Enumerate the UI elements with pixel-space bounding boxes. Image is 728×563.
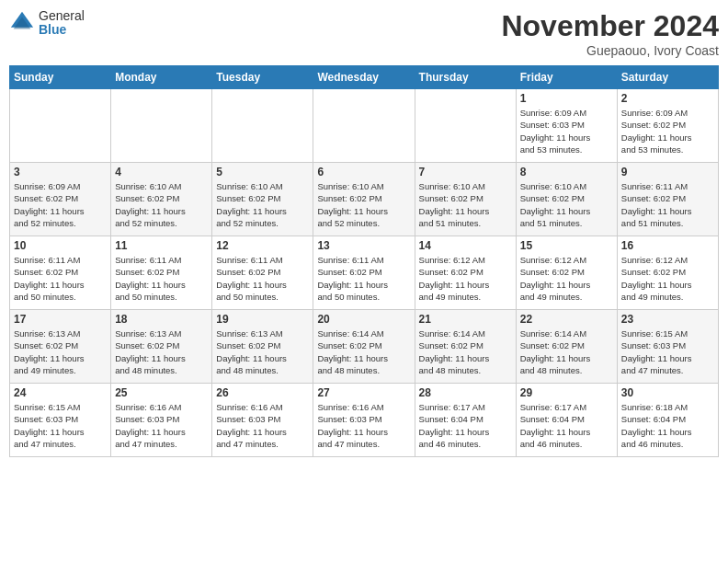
calendar-cell: 17Sunrise: 6:13 AM Sunset: 6:02 PM Dayli… [10, 310, 111, 384]
page-header: General Blue November 2024 Guepaouo, Ivo… [9, 9, 719, 58]
calendar-cell: 2Sunrise: 6:09 AM Sunset: 6:02 PM Daylig… [617, 89, 718, 163]
day-number: 20 [317, 313, 410, 326]
calendar-cell [212, 89, 313, 163]
day-info: Sunrise: 6:16 AM Sunset: 6:03 PM Dayligh… [317, 401, 410, 450]
calendar-cell [111, 89, 212, 163]
day-number: 2 [621, 92, 714, 105]
day-info: Sunrise: 6:13 AM Sunset: 6:02 PM Dayligh… [216, 327, 309, 376]
day-number: 17 [14, 313, 107, 326]
calendar-cell [415, 89, 516, 163]
calendar-cell: 8Sunrise: 6:10 AM Sunset: 6:02 PM Daylig… [516, 163, 617, 236]
week-row-4: 17Sunrise: 6:13 AM Sunset: 6:02 PM Dayli… [10, 310, 719, 384]
day-info: Sunrise: 6:09 AM Sunset: 6:03 PM Dayligh… [520, 107, 613, 155]
calendar-cell: 18Sunrise: 6:13 AM Sunset: 6:02 PM Dayli… [111, 310, 212, 384]
logo: General Blue [9, 9, 85, 38]
calendar-cell: 23Sunrise: 6:15 AM Sunset: 6:03 PM Dayli… [617, 310, 718, 384]
title-block: November 2024 Guepaouo, Ivory Coast [501, 9, 719, 58]
day-number: 29 [520, 386, 613, 399]
day-number: 28 [419, 386, 512, 399]
day-number: 9 [621, 166, 714, 178]
day-number: 24 [14, 386, 107, 399]
week-row-3: 10Sunrise: 6:11 AM Sunset: 6:02 PM Dayli… [10, 236, 719, 310]
logo-general-text: General [39, 9, 85, 23]
day-number: 7 [419, 166, 512, 178]
calendar-cell: 1Sunrise: 6:09 AM Sunset: 6:03 PM Daylig… [516, 89, 617, 163]
day-number: 1 [520, 92, 613, 105]
header-day-monday: Monday [111, 66, 212, 89]
header-day-thursday: Thursday [415, 66, 516, 89]
header-day-saturday: Saturday [617, 66, 718, 89]
location: Guepaouo, Ivory Coast [501, 43, 719, 58]
day-number: 13 [317, 239, 410, 252]
day-number: 23 [621, 313, 714, 326]
calendar-cell: 16Sunrise: 6:12 AM Sunset: 6:02 PM Dayli… [617, 236, 718, 310]
day-number: 15 [520, 239, 613, 252]
day-info: Sunrise: 6:14 AM Sunset: 6:02 PM Dayligh… [317, 327, 410, 376]
day-info: Sunrise: 6:18 AM Sunset: 6:04 PM Dayligh… [621, 401, 714, 450]
day-number: 19 [216, 313, 309, 326]
day-info: Sunrise: 6:13 AM Sunset: 6:02 PM Dayligh… [14, 327, 107, 376]
calendar-cell [10, 89, 111, 163]
calendar-body: 1Sunrise: 6:09 AM Sunset: 6:03 PM Daylig… [10, 89, 719, 457]
day-info: Sunrise: 6:11 AM Sunset: 6:02 PM Dayligh… [115, 254, 208, 303]
day-info: Sunrise: 6:11 AM Sunset: 6:02 PM Dayligh… [621, 180, 714, 229]
day-number: 4 [115, 166, 208, 178]
week-row-5: 24Sunrise: 6:15 AM Sunset: 6:03 PM Dayli… [10, 384, 719, 457]
day-info: Sunrise: 6:14 AM Sunset: 6:02 PM Dayligh… [520, 327, 613, 376]
logo-blue-text: Blue [39, 23, 85, 37]
calendar-cell: 12Sunrise: 6:11 AM Sunset: 6:02 PM Dayli… [212, 236, 313, 310]
calendar-cell: 27Sunrise: 6:16 AM Sunset: 6:03 PM Dayli… [313, 384, 415, 457]
day-info: Sunrise: 6:10 AM Sunset: 6:02 PM Dayligh… [419, 180, 512, 229]
calendar-cell: 6Sunrise: 6:10 AM Sunset: 6:02 PM Daylig… [313, 163, 415, 236]
calendar-cell: 22Sunrise: 6:14 AM Sunset: 6:02 PM Dayli… [516, 310, 617, 384]
day-info: Sunrise: 6:14 AM Sunset: 6:02 PM Dayligh… [419, 327, 512, 376]
day-info: Sunrise: 6:13 AM Sunset: 6:02 PM Dayligh… [115, 327, 208, 376]
day-number: 11 [115, 239, 208, 252]
day-number: 22 [520, 313, 613, 326]
calendar-cell: 25Sunrise: 6:16 AM Sunset: 6:03 PM Dayli… [111, 384, 212, 457]
day-info: Sunrise: 6:10 AM Sunset: 6:02 PM Dayligh… [216, 180, 309, 229]
calendar-cell [313, 89, 415, 163]
calendar-cell: 9Sunrise: 6:11 AM Sunset: 6:02 PM Daylig… [617, 163, 718, 236]
day-number: 3 [14, 166, 107, 178]
calendar-header-row: SundayMondayTuesdayWednesdayThursdayFrid… [10, 66, 719, 89]
day-number: 27 [317, 386, 410, 399]
calendar-cell: 28Sunrise: 6:17 AM Sunset: 6:04 PM Dayli… [415, 384, 516, 457]
day-number: 14 [419, 239, 512, 252]
day-info: Sunrise: 6:15 AM Sunset: 6:03 PM Dayligh… [14, 401, 107, 450]
calendar-cell: 26Sunrise: 6:16 AM Sunset: 6:03 PM Dayli… [212, 384, 313, 457]
day-number: 8 [520, 166, 613, 178]
header-day-sunday: Sunday [10, 66, 111, 89]
day-number: 6 [317, 166, 410, 178]
day-info: Sunrise: 6:12 AM Sunset: 6:02 PM Dayligh… [621, 254, 714, 303]
calendar-cell: 19Sunrise: 6:13 AM Sunset: 6:02 PM Dayli… [212, 310, 313, 384]
calendar-cell: 13Sunrise: 6:11 AM Sunset: 6:02 PM Dayli… [313, 236, 415, 310]
calendar-cell: 11Sunrise: 6:11 AM Sunset: 6:02 PM Dayli… [111, 236, 212, 310]
day-info: Sunrise: 6:09 AM Sunset: 6:02 PM Dayligh… [14, 180, 107, 229]
day-number: 10 [14, 239, 107, 252]
day-info: Sunrise: 6:17 AM Sunset: 6:04 PM Dayligh… [520, 401, 613, 450]
calendar-cell: 20Sunrise: 6:14 AM Sunset: 6:02 PM Dayli… [313, 310, 415, 384]
day-info: Sunrise: 6:12 AM Sunset: 6:02 PM Dayligh… [419, 254, 512, 303]
day-info: Sunrise: 6:16 AM Sunset: 6:03 PM Dayligh… [115, 401, 208, 450]
day-number: 16 [621, 239, 714, 252]
day-info: Sunrise: 6:11 AM Sunset: 6:02 PM Dayligh… [14, 254, 107, 303]
calendar-table: SundayMondayTuesdayWednesdayThursdayFrid… [9, 65, 719, 457]
day-info: Sunrise: 6:17 AM Sunset: 6:04 PM Dayligh… [419, 401, 512, 450]
day-number: 18 [115, 313, 208, 326]
header-day-tuesday: Tuesday [212, 66, 313, 89]
day-info: Sunrise: 6:10 AM Sunset: 6:02 PM Dayligh… [520, 180, 613, 229]
day-number: 21 [419, 313, 512, 326]
day-number: 5 [216, 166, 309, 178]
calendar-cell: 5Sunrise: 6:10 AM Sunset: 6:02 PM Daylig… [212, 163, 313, 236]
calendar-cell: 24Sunrise: 6:15 AM Sunset: 6:03 PM Dayli… [10, 384, 111, 457]
calendar-cell: 15Sunrise: 6:12 AM Sunset: 6:02 PM Dayli… [516, 236, 617, 310]
day-number: 26 [216, 386, 309, 399]
calendar-cell: 29Sunrise: 6:17 AM Sunset: 6:04 PM Dayli… [516, 384, 617, 457]
calendar-cell: 10Sunrise: 6:11 AM Sunset: 6:02 PM Dayli… [10, 236, 111, 310]
day-info: Sunrise: 6:09 AM Sunset: 6:02 PM Dayligh… [621, 107, 714, 155]
calendar-cell: 7Sunrise: 6:10 AM Sunset: 6:02 PM Daylig… [415, 163, 516, 236]
calendar-cell: 3Sunrise: 6:09 AM Sunset: 6:02 PM Daylig… [10, 163, 111, 236]
header-day-friday: Friday [516, 66, 617, 89]
day-info: Sunrise: 6:15 AM Sunset: 6:03 PM Dayligh… [621, 327, 714, 376]
